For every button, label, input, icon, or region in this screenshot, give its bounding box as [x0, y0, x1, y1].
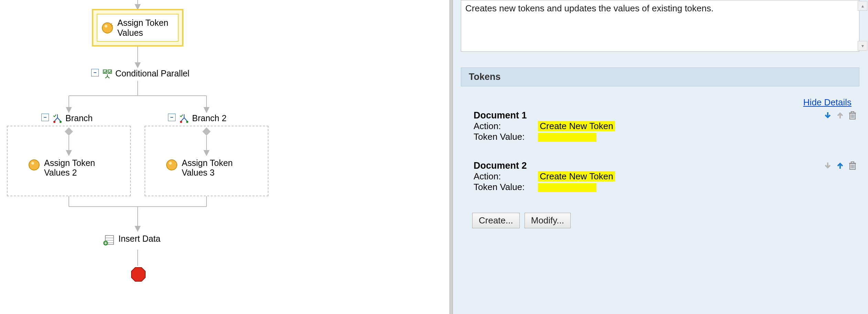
- collapse-toggle-icon[interactable]: −: [91, 69, 99, 76]
- svg-point-19: [53, 121, 55, 123]
- stop-terminator[interactable]: [131, 267, 146, 282]
- activity-insert-data[interactable]: Insert Data: [103, 234, 160, 246]
- move-up-icon[interactable]: [835, 160, 845, 171]
- token-coin-icon: [101, 21, 114, 34]
- token-coin-icon: [165, 158, 178, 171]
- scroll-up-icon[interactable]: ▴: [858, 1, 867, 11]
- hide-details-link[interactable]: Hide Details: [803, 97, 851, 108]
- insert-data-icon: [103, 234, 115, 246]
- activity-branch-1[interactable]: − Branch: [41, 114, 93, 124]
- token-entry-1: Document 1 Action: Create New Token Toke…: [474, 110, 615, 142]
- activity-assign-token-values[interactable]: Assign Token Values: [92, 9, 183, 46]
- action-value: Create New Token: [538, 171, 615, 181]
- activity-label: Assign Token Values 2: [44, 158, 95, 177]
- action-label: Action:: [474, 121, 536, 132]
- svg-point-22: [31, 162, 34, 165]
- activity-assign-token-values-2[interactable]: Assign Token Values 2: [28, 158, 95, 177]
- branch-icon: [52, 114, 63, 124]
- workflow-canvas[interactable]: Assign Token Values − Conditional Parall…: [0, 0, 451, 314]
- properties-panel: ▴ ▾ Tokens Hide Details Document 1 Actio…: [453, 0, 868, 314]
- action-label: Action:: [474, 171, 536, 182]
- activity-branch-2[interactable]: − Branch 2: [168, 114, 226, 124]
- description-textarea[interactable]: [461, 0, 859, 52]
- activity-assign-token-values-3[interactable]: Assign Token Values 3: [165, 158, 233, 177]
- activity-label: Insert Data: [118, 234, 160, 244]
- token-coin-icon: [28, 158, 41, 171]
- collapse-toggle-icon[interactable]: −: [41, 114, 49, 121]
- activity-label: Branch: [65, 114, 93, 123]
- move-up-icon: [835, 110, 845, 121]
- svg-marker-32: [131, 268, 145, 281]
- doc2-controls: [823, 160, 858, 171]
- activity-label: Branch 2: [192, 114, 226, 123]
- activity-conditional-parallel[interactable]: − Conditional Parallel: [91, 69, 189, 79]
- activity-label: Assign Token Values 3: [182, 158, 233, 177]
- create-button[interactable]: Create...: [472, 213, 520, 228]
- svg-point-25: [167, 160, 177, 170]
- move-down-icon: [823, 160, 833, 171]
- conditional-parallel-icon: [102, 69, 113, 79]
- activity-label: Conditional Parallel: [115, 69, 189, 78]
- section-title: Tokens: [469, 72, 501, 82]
- move-down-icon[interactable]: [823, 110, 833, 121]
- token-value-label: Token Value:: [474, 132, 536, 142]
- branch-icon: [179, 114, 189, 124]
- collapse-toggle-icon[interactable]: −: [168, 114, 176, 121]
- splitter[interactable]: [449, 0, 453, 314]
- delete-icon[interactable]: [847, 110, 858, 121]
- svg-point-21: [29, 160, 39, 170]
- svg-point-16: [105, 25, 107, 28]
- token-title: Document 2: [474, 160, 615, 171]
- tokens-section-header: Tokens: [461, 67, 859, 86]
- modify-button[interactable]: Modify...: [525, 213, 571, 228]
- textarea-scrollbar[interactable]: ▴ ▾: [858, 1, 867, 51]
- svg-rect-44: [851, 162, 854, 163]
- token-value-highlight: [538, 133, 596, 142]
- activity-label: Assign Token Values: [117, 18, 174, 38]
- token-value-label: Token Value:: [474, 182, 536, 192]
- svg-point-24: [186, 121, 188, 123]
- action-value: Create New Token: [538, 121, 615, 131]
- doc1-controls: [823, 110, 858, 121]
- token-entry-2: Document 2 Action: Create New Token Toke…: [474, 160, 615, 192]
- token-title: Document 1: [474, 110, 615, 121]
- delete-icon[interactable]: [847, 160, 858, 171]
- stop-icon: [131, 267, 146, 282]
- svg-point-20: [60, 121, 62, 123]
- svg-rect-38: [851, 112, 854, 113]
- scroll-down-icon[interactable]: ▾: [858, 41, 867, 51]
- svg-point-23: [180, 121, 182, 123]
- token-value-highlight: [538, 183, 596, 192]
- token-buttons: Create... Modify...: [472, 213, 571, 228]
- svg-point-26: [169, 162, 172, 165]
